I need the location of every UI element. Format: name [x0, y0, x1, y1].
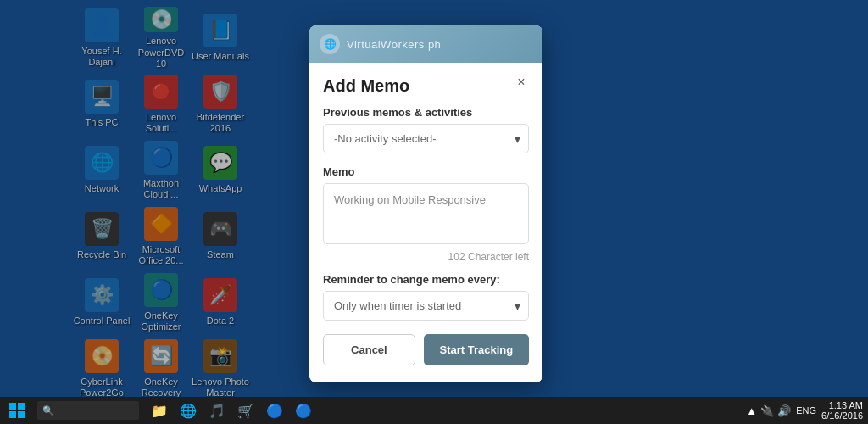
- modal-header-bar: 🌐 VirtualWorkers.ph: [309, 25, 542, 63]
- previous-memos-select[interactable]: -No activity selected-: [323, 124, 529, 153]
- modal-body: × Add Memo Previous memos & activities -…: [309, 63, 542, 382]
- add-memo-modal: 🌐 VirtualWorkers.ph × Add Memo Previous …: [309, 25, 542, 382]
- memo-textarea[interactable]: Working on Mobile Responsive: [323, 183, 529, 244]
- taskbar-ie[interactable]: 🔵: [261, 397, 288, 424]
- tray-up-icon: ▲: [746, 404, 757, 417]
- reminder-select[interactable]: Only when timer is started: [323, 291, 529, 321]
- modal-title: Add Memo: [323, 76, 529, 96]
- taskbar-edge[interactable]: 🌐: [175, 397, 202, 424]
- taskbar-store[interactable]: 🛒: [232, 397, 259, 424]
- system-tray: ▲ 🔌 🔊: [746, 404, 791, 417]
- reminder-label: Reminder to change memo every:: [323, 273, 529, 286]
- taskbar-file-explorer[interactable]: 📁: [146, 397, 173, 424]
- tray-volume-icon: 🔊: [777, 404, 791, 417]
- previous-memos-dropdown-wrapper: -No activity selected- ▾: [323, 124, 529, 153]
- windows-logo-icon: [9, 403, 25, 418]
- memo-label: Memo: [323, 165, 529, 178]
- desktop: 👤 Yousef H. Dajani 💿 Lenovo PowerDVD 10 …: [0, 0, 868, 397]
- taskbar-apps: 📁 🌐 🎵 🛒 🔵 🔵: [146, 397, 317, 424]
- modal-site-name: VirtualWorkers.ph: [347, 38, 441, 51]
- char-count: 102 Character left: [323, 251, 529, 263]
- site-logo: 🌐: [320, 34, 340, 54]
- taskbar-virtualworkers[interactable]: 🔵: [290, 397, 317, 424]
- taskbar-date-display: 6/16/2016: [821, 410, 863, 421]
- cancel-button[interactable]: Cancel: [323, 334, 415, 365]
- reminder-dropdown-wrapper: Only when timer is started ▾: [323, 291, 529, 321]
- modal-actions: Cancel Start Tracking: [323, 334, 529, 365]
- taskbar-search[interactable]: 🔍: [37, 401, 139, 420]
- start-tracking-button[interactable]: Start Tracking: [424, 334, 529, 365]
- search-icon: 🔍: [42, 405, 54, 416]
- lang-indicator: ENG: [796, 405, 816, 416]
- taskbar-clock: 1:13 AM 6/16/2016: [821, 400, 863, 421]
- taskbar: 🔍 📁 🌐 🎵 🛒 🔵 🔵 ▲ 🔌 🔊 ENG 1:13 AM 6/16/201…: [0, 397, 868, 424]
- start-button[interactable]: [0, 397, 34, 424]
- tray-network-icon: 🔌: [760, 404, 774, 417]
- taskbar-media[interactable]: 🎵: [203, 397, 231, 424]
- close-button[interactable]: ×: [512, 73, 531, 92]
- taskbar-time-display: 1:13 AM: [821, 400, 863, 410]
- taskbar-right: ▲ 🔌 🔊 ENG 1:13 AM 6/16/2016: [746, 400, 868, 421]
- previous-memos-label: Previous memos & activities: [323, 106, 529, 119]
